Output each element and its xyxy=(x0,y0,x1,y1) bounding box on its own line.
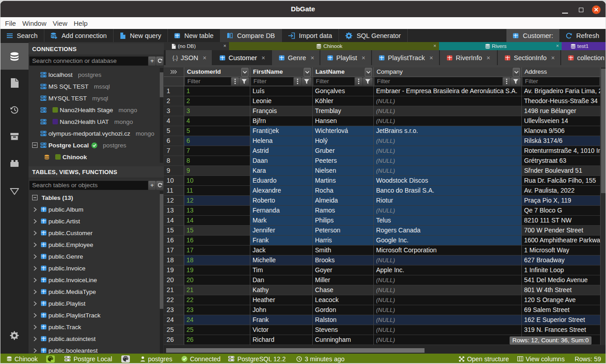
cell-customerid-row2[interactable]: 2 xyxy=(184,96,250,106)
toolbar-new-query-button[interactable]: New query xyxy=(114,29,168,43)
cell-customerid-row17[interactable]: 17 xyxy=(184,246,250,255)
cell-company-row15[interactable]: Rogers Canada xyxy=(374,226,522,236)
chevron-right-icon[interactable] xyxy=(33,348,37,353)
column-header-lastname[interactable]: LastName xyxy=(313,67,374,77)
cell-company-row24[interactable]: (NULL) xyxy=(374,315,522,325)
activity-history-button[interactable] xyxy=(0,96,29,123)
cell-lastname-row24[interactable]: Ralston xyxy=(313,315,374,325)
connection-item[interactable]: localhostpostgres xyxy=(29,69,164,80)
cell-customerid-row20[interactable]: 20 xyxy=(184,275,250,285)
cell-address-row13[interactable]: Qe 7 Bloco G xyxy=(522,206,601,216)
table-item[interactable]: public.Track xyxy=(29,321,164,333)
cell-lastname-row19[interactable]: Goyer xyxy=(313,265,374,275)
palette-badge[interactable] xyxy=(121,355,130,363)
cell-company-row17[interactable]: Microsoft Corporation xyxy=(374,246,522,255)
cell-customerid-row21[interactable]: 21 xyxy=(184,285,250,295)
cell-address-row18[interactable]: 627 Broadway xyxy=(522,255,601,265)
cell-firstname-row5[interactable]: Franti▯ek xyxy=(250,126,313,136)
cell-customerid-row10[interactable]: 10 xyxy=(184,176,250,186)
table-item[interactable]: public.Playlist xyxy=(29,298,164,309)
cell-address-row4[interactable]: Ullevĺlsveien 14 xyxy=(522,116,601,126)
connections-search-input[interactable]: Search connection or database xyxy=(29,57,148,66)
chevron-right-icon[interactable] xyxy=(33,254,37,259)
close-tab-icon[interactable]: × xyxy=(362,54,365,61)
cell-lastname-row7[interactable]: Gruber xyxy=(313,146,374,156)
cell-firstname-row20[interactable]: Dan xyxy=(250,275,313,285)
cell-company-row13[interactable]: (NULL) xyxy=(374,206,522,216)
cell-customerid-row15[interactable]: 15 xyxy=(184,226,250,236)
chevron-right-icon[interactable] xyxy=(33,325,37,330)
cell-lastname-row5[interactable]: Wichterlová xyxy=(313,126,374,136)
table-item[interactable]: public.Artist xyxy=(29,215,164,227)
cell-lastname-row22[interactable]: Leacock xyxy=(313,295,374,305)
tab-group-rivers[interactable]: Rivers× xyxy=(439,42,562,50)
tab-customer[interactable]: Customer× xyxy=(213,50,272,65)
cell-company-row8[interactable]: (NULL) xyxy=(374,156,522,166)
cell-lastname-row15[interactable]: Peterson xyxy=(313,226,374,236)
chevron-right-icon[interactable] xyxy=(33,278,37,283)
cell-address-row10[interactable]: Rua Dr. Falcăo Filho, 155 xyxy=(522,176,601,186)
filter-input[interactable]: Filter xyxy=(314,77,354,85)
cell-company-row14[interactable]: Telus xyxy=(374,216,522,226)
cell-lastname-row17[interactable]: Smith xyxy=(313,246,374,255)
cell-address-row22[interactable]: 120 S Orange Ave xyxy=(522,295,601,305)
column-dropdown-button[interactable] xyxy=(304,68,311,76)
activity-connections-button[interactable] xyxy=(0,43,29,70)
cell-firstname-row13[interactable]: Fernanda xyxy=(250,206,313,216)
palette-badge[interactable] xyxy=(46,355,55,363)
cell-address-row8[interactable]: Grétrystraat 63 xyxy=(522,156,601,166)
cell-customerid-row7[interactable]: 7 xyxy=(184,146,250,156)
column-header-firstname[interactable]: FirstName xyxy=(250,67,313,77)
cell-firstname-row26[interactable]: Richard xyxy=(250,335,313,345)
tables-scrollbar[interactable] xyxy=(160,191,163,354)
filter-menu-button[interactable] xyxy=(503,77,511,85)
cell-customerid-row13[interactable]: 13 xyxy=(184,206,250,216)
cell-lastname-row13[interactable]: Ramos xyxy=(313,206,374,216)
cell-customerid-row8[interactable]: 8 xyxy=(184,156,250,166)
cell-customerid-row6[interactable]: 6 xyxy=(184,136,250,146)
cell-company-row20[interactable]: (NULL) xyxy=(374,275,522,285)
cell-company-row1[interactable]: Embraer - Empresa Brasileira de Aeronáut… xyxy=(374,86,522,96)
cell-company-row2[interactable]: (NULL) xyxy=(374,96,522,106)
chevron-right-icon[interactable] xyxy=(33,231,37,236)
cell-company-row7[interactable]: (NULL) xyxy=(374,146,522,156)
collapse-icon[interactable] xyxy=(32,142,38,148)
status-open-structure[interactable]: Open structure xyxy=(459,355,509,363)
chevron-right-icon[interactable] xyxy=(33,207,37,212)
cell-customerid-row16[interactable]: 16 xyxy=(184,236,250,246)
cell-customerid-row5[interactable]: 5 xyxy=(184,126,250,136)
column-dropdown-button[interactable] xyxy=(365,68,372,76)
tab-group-test1[interactable]: test1 xyxy=(562,42,606,50)
tab-json[interactable]: {..}JSON× xyxy=(166,50,213,65)
connection-item[interactable]: olympus-medportal.vychozi.czmongo xyxy=(29,128,164,139)
cell-firstname-row2[interactable]: Leonie xyxy=(250,96,313,106)
table-item[interactable]: public.PlaylistTrack xyxy=(29,309,164,321)
close-tab-icon[interactable]: × xyxy=(429,54,433,61)
cell-lastname-row14[interactable]: Philips xyxy=(313,216,374,226)
table-item[interactable]: public.Invoice xyxy=(29,262,164,274)
cell-lastname-row23[interactable]: Gordon xyxy=(313,305,374,315)
cell-company-row3[interactable]: (NULL) xyxy=(374,106,522,116)
chevron-right-icon[interactable] xyxy=(33,266,37,271)
chevron-right-icon[interactable] xyxy=(33,242,37,247)
cell-company-row4[interactable]: (NULL) xyxy=(374,116,522,126)
cell-lastname-row12[interactable]: Almeida xyxy=(313,196,374,206)
menu-help[interactable]: Help xyxy=(71,19,91,27)
cell-firstname-row15[interactable]: Jennifer xyxy=(250,226,313,236)
column-header-customerid[interactable]: CustomerId xyxy=(184,67,250,77)
tab-sectioninfo[interactable]: SectionInfo× xyxy=(498,50,561,65)
toolbar-import-data-button[interactable]: Import data xyxy=(282,29,339,43)
connection-item[interactable]: MS SQL TESTmssql xyxy=(29,80,164,92)
cell-customerid-row22[interactable]: 22 xyxy=(184,295,250,305)
filter-input[interactable]: Filter xyxy=(251,77,293,85)
close-tab-icon[interactable]: × xyxy=(487,54,490,61)
table-item[interactable]: public.Genre xyxy=(29,251,164,262)
close-group-icon[interactable]: × xyxy=(434,43,436,48)
filter-funnel-button[interactable] xyxy=(239,77,249,85)
cell-company-row18[interactable]: (NULL) xyxy=(374,255,522,265)
cell-address-row7[interactable]: Rotenturmstraße 4, 1010 Innere Stadt xyxy=(522,146,601,156)
cell-firstname-row9[interactable]: Kara xyxy=(250,166,313,176)
cell-address-row25[interactable]: 319 N. Frances Street xyxy=(522,325,601,335)
cell-address-row1[interactable]: Av. Brigadeiro Faria Lima, 2170 xyxy=(522,86,601,96)
cell-company-row5[interactable]: JetBrains s.r.o. xyxy=(374,126,522,136)
